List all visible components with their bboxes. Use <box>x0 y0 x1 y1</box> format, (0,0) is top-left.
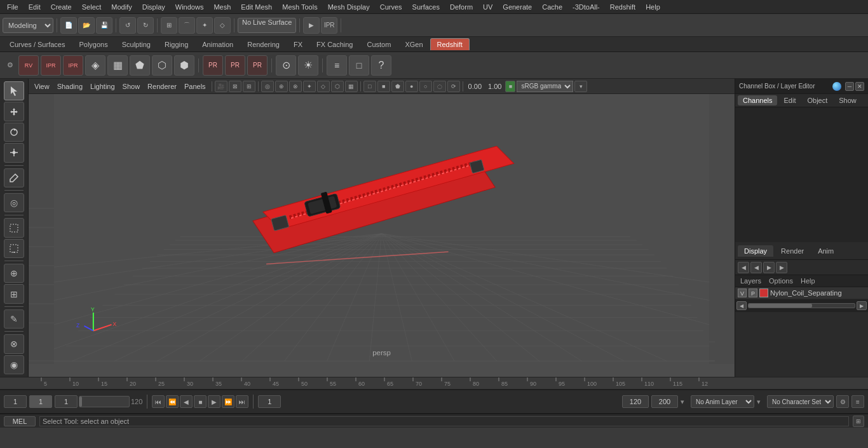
grid-icon-tool[interactable]: ⊞ <box>4 284 24 303</box>
shelf-icon-ipr[interactable]: IPR <box>41 55 61 76</box>
layer-scroll-left[interactable]: ◀ <box>736 301 747 310</box>
menu-help[interactable]: Help <box>641 2 665 12</box>
stop-btn[interactable]: ■ <box>194 395 207 408</box>
mel-label[interactable]: MEL <box>4 416 36 426</box>
shelf-tab-animation[interactable]: Animation <box>195 38 240 50</box>
menu-surfaces[interactable]: Surfaces <box>408 2 444 12</box>
shelf-tab-rendering[interactable]: Rendering <box>240 38 287 50</box>
shelf-icon-rs5[interactable]: ⬢ <box>174 55 194 76</box>
menu-mesh-tools[interactable]: Mesh Tools <box>278 2 322 12</box>
shelf-icon-rs7[interactable]: □ <box>349 55 369 76</box>
menu-uv[interactable]: UV <box>478 2 497 12</box>
viewport-canvas[interactable]: X Y Z persp <box>29 94 735 364</box>
new-scene-btn[interactable]: 📄 <box>60 17 77 34</box>
shelf-icon-rs4[interactable]: ⬡ <box>152 55 172 76</box>
shelf-tab-rigging[interactable]: Rigging <box>158 38 195 50</box>
menu-deform[interactable]: Deform <box>445 2 477 12</box>
shelf-icon-rs3[interactable]: ⬟ <box>130 55 150 76</box>
shelf-icon-rs8[interactable]: ? <box>371 55 391 76</box>
menu-redshift[interactable]: Redshift <box>606 2 640 12</box>
vp-shading5-btn[interactable]: ○ <box>419 81 432 92</box>
viewport-show-menu[interactable]: Show <box>119 81 144 92</box>
frame-progress-bar[interactable] <box>79 396 130 407</box>
range-max-input[interactable] <box>651 395 678 408</box>
shelf-icon-sun[interactable]: ☀ <box>298 55 318 76</box>
shelf-icon-pr3[interactable]: PR <box>247 55 268 76</box>
vp-sel1-btn[interactable]: ◎ <box>261 81 274 92</box>
viewport-view-menu[interactable]: View <box>31 81 53 92</box>
menu-create[interactable]: Create <box>46 2 76 12</box>
menu-display[interactable]: Display <box>138 2 170 12</box>
menu-modify[interactable]: Modify <box>107 2 136 12</box>
snap-icon-tool[interactable]: ⊕ <box>4 264 24 283</box>
vp-camera-btn[interactable]: 🎥 <box>215 81 227 92</box>
frame-current-input[interactable] <box>29 395 52 408</box>
vp-sel6-btn[interactable]: ⬡ <box>331 81 344 92</box>
channel-box-close-btn[interactable]: ✕ <box>855 82 864 91</box>
tab-edit[interactable]: Edit <box>778 95 801 105</box>
step-back-btn[interactable]: ⏪ <box>166 395 179 408</box>
shelf-tab-polygons[interactable]: Polygons <box>72 38 114 50</box>
vp-shading3-btn[interactable]: ⬟ <box>391 81 404 92</box>
render-ipr-btn[interactable]: IPR <box>321 17 337 34</box>
select-tool[interactable] <box>4 81 24 100</box>
shelf-icon-rs2[interactable]: ▦ <box>107 55 128 76</box>
viewport-panels-menu[interactable]: Panels <box>181 81 209 92</box>
redo-btn[interactable]: ↻ <box>137 17 154 34</box>
viewport-lighting-menu[interactable]: Lighting <box>87 81 118 92</box>
layer-right-arrow2[interactable]: ▶ <box>776 262 787 273</box>
menu-file[interactable]: File <box>3 2 23 12</box>
layer-menu-options[interactable]: Options <box>766 276 796 285</box>
layer-left-arrow[interactable]: ◀ <box>738 262 749 273</box>
save-scene-btn[interactable]: 💾 <box>96 17 112 34</box>
vp-sel4-btn[interactable]: ✦ <box>303 81 316 92</box>
shelf-icon-pr1[interactable]: PR <box>203 55 223 76</box>
vp-shading6-btn[interactable]: ◌ <box>433 81 446 92</box>
shelf-tab-custom[interactable]: Custom <box>360 38 398 50</box>
vp-color-btn[interactable]: ■ <box>505 81 515 92</box>
vp-grid-btn[interactable]: ⊞ <box>243 81 255 92</box>
layer-scroll-thumb[interactable] <box>749 304 812 308</box>
vp-shading1-btn[interactable]: □ <box>363 81 376 92</box>
layer-menu-layers[interactable]: Layers <box>738 276 764 285</box>
shelf-tab-fx-caching[interactable]: FX Caching <box>309 38 360 50</box>
char-set-icon-btn2[interactable]: ≡ <box>851 395 864 408</box>
status-icon-btn[interactable]: ⊞ <box>853 416 864 427</box>
vp-gamma-arrow[interactable]: ▾ <box>574 81 587 92</box>
shelf-icon-pr2[interactable]: PR <box>225 55 245 76</box>
layer-menu-help[interactable]: Help <box>798 276 818 285</box>
paint-tool[interactable] <box>4 168 24 187</box>
mode-dropdown[interactable]: Modeling <box>3 18 53 33</box>
range-arrow-icon[interactable]: ▾ <box>681 398 688 405</box>
vp-shading2-btn[interactable]: ■ <box>377 81 390 92</box>
layer-visibility-v[interactable]: V <box>738 288 747 297</box>
menu-curves[interactable]: Curves <box>376 2 407 12</box>
lasso-tool[interactable] <box>4 239 24 258</box>
menu-mesh[interactable]: Mesh <box>209 2 235 12</box>
move-tool[interactable] <box>4 102 24 121</box>
char-set-icon-btn[interactable]: ⚙ <box>836 395 849 408</box>
shelf-icon-rs1[interactable]: ◈ <box>85 55 105 76</box>
menu-edit-mesh[interactable]: Edit Mesh <box>236 2 276 12</box>
gamma-select[interactable]: sRGB gamma <box>517 81 573 92</box>
layer-left-arrow2[interactable]: ◀ <box>750 262 762 273</box>
shelf-icon-ipr2[interactable]: IPR <box>63 55 83 76</box>
skip-to-end-btn[interactable]: ⏭ <box>236 395 248 408</box>
shelf-tab-fx[interactable]: FX <box>287 38 309 50</box>
status-input-area[interactable]: Select Tool: select an object <box>39 416 849 426</box>
vp-shading4-btn[interactable]: ● <box>405 81 418 92</box>
vp-sel3-btn[interactable]: ⊗ <box>289 81 302 92</box>
vp-bookmark-btn[interactable]: ⊠ <box>229 81 241 92</box>
snap-point-btn[interactable]: ✦ <box>196 17 213 34</box>
menu-mesh-display[interactable]: Mesh Display <box>323 2 374 12</box>
shelf-icon-dome[interactable]: ⊙ <box>276 55 296 76</box>
menu-cache[interactable]: Cache <box>538 2 567 12</box>
vp-sel2-btn[interactable]: ⊕ <box>275 81 288 92</box>
anim-layer-select[interactable]: No Anim Layer <box>691 395 754 408</box>
layer-tab-display[interactable]: Display <box>738 245 773 257</box>
menu-windows[interactable]: Windows <box>171 2 208 12</box>
shelf-icon-rv[interactable]: RV <box>18 55 39 76</box>
layer-scroll-track[interactable] <box>748 303 855 308</box>
marquee-tool[interactable] <box>4 218 24 237</box>
layer-scroll-right[interactable]: ▶ <box>857 301 867 310</box>
